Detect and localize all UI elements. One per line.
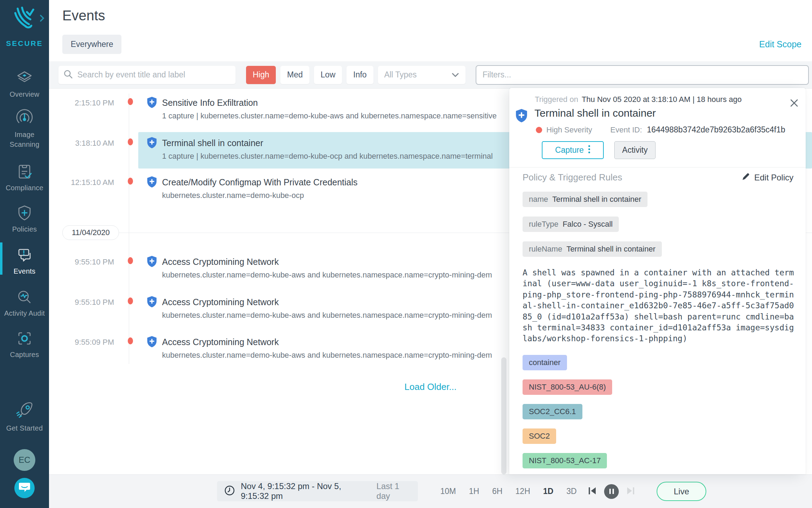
rule-key: ruleName xyxy=(529,245,562,254)
capture-button[interactable]: Capture xyxy=(542,141,604,159)
pencil-icon xyxy=(742,172,750,183)
rocket-icon xyxy=(14,417,35,423)
chat-bubble-icon xyxy=(19,482,30,494)
activity-button[interactable]: Activity xyxy=(614,141,656,159)
event-time: 9:55:10 PM xyxy=(49,258,114,267)
event-time: 9:55:09 PM xyxy=(49,338,114,347)
event-detail-panel: Triggered onThu Nov 05 2020 at 3:18:10 A… xyxy=(509,88,806,474)
severity-dot xyxy=(128,138,133,145)
sidebar-item-label: Image Scanning xyxy=(0,130,49,149)
sidebar-item-compliance[interactable]: Compliance xyxy=(0,162,49,193)
radar-icon xyxy=(15,123,34,129)
time-bar: Nov 4, 9:15:32 pm - Nov 5, 9:15:32 pm La… xyxy=(49,474,812,508)
rule-chip-ruletype: ruleType Falco - Syscall xyxy=(523,217,619,232)
sidebar-item-activity-audit[interactable]: Activity Audit xyxy=(0,287,49,318)
sidebar-item-label: Compliance xyxy=(0,183,49,193)
event-time: 2:15:10 PM xyxy=(49,98,114,108)
sidebar-item-label: Get Started xyxy=(0,423,49,433)
severity-dot xyxy=(128,257,133,264)
close-icon[interactable] xyxy=(789,98,799,108)
tag: container xyxy=(523,355,567,370)
list-scrollbar-thumb[interactable] xyxy=(501,357,506,474)
sidebar-item-label: Policies xyxy=(0,224,49,234)
sidebar-item-label: Events xyxy=(0,266,49,276)
severity-filter-high[interactable]: High xyxy=(246,66,276,84)
event-time: 3:18:10 AM xyxy=(49,139,114,148)
detail-title: Terminal shell in container xyxy=(534,107,656,119)
chevron-down-icon xyxy=(451,70,459,80)
sidebar: SECURE Overview xyxy=(0,0,49,508)
policy-shield-icon xyxy=(515,108,528,124)
severity-filter-info[interactable]: Info xyxy=(346,66,373,84)
triggered-on-label: Triggered on xyxy=(535,95,578,104)
page-header: Events Everywhere Edit Scope xyxy=(49,0,812,61)
time-range-picker[interactable]: Nov 4, 9:15:32 pm - Nov 5, 9:15:32 pm La… xyxy=(217,481,418,501)
skip-back-icon[interactable] xyxy=(587,486,597,497)
sidebar-item-captures[interactable]: Captures xyxy=(0,329,49,359)
severity-filter-low[interactable]: Low xyxy=(314,66,342,84)
severity-filter-med[interactable]: Med xyxy=(280,66,309,84)
live-button[interactable]: Live xyxy=(657,482,706,501)
time-range-label: Last 1 day xyxy=(377,481,411,501)
panel-divider xyxy=(509,167,806,167)
clipboard-check-icon xyxy=(15,177,34,183)
rule-chip-rulename: ruleName Terminal shell in container xyxy=(523,241,662,257)
preset-3d[interactable]: 3D xyxy=(566,487,576,496)
pause-icon[interactable] xyxy=(604,484,619,499)
edit-policy-link[interactable]: Edit Policy xyxy=(742,172,793,183)
event-search-box[interactable] xyxy=(58,66,236,84)
sidebar-expand-chevron-icon[interactable] xyxy=(39,14,45,24)
sidebar-item-events[interactable]: Events xyxy=(0,245,49,276)
tag-list: container NIST_800-53_AU-6(8) SOC2_CC6.1… xyxy=(523,355,612,478)
sidebar-item-policies[interactable]: Policies xyxy=(0,203,49,234)
detail-severity-row: High Severity Event ID: 1644988b3742de7b… xyxy=(536,125,785,135)
edit-scope-link[interactable]: Edit Scope xyxy=(759,39,802,49)
tag: SOC2 xyxy=(523,428,556,444)
edit-policy-label: Edit Policy xyxy=(754,173,793,183)
skip-forward-icon[interactable] xyxy=(626,486,636,497)
viewfinder-icon xyxy=(15,343,34,349)
type-filter-dropdown[interactable]: All Types xyxy=(378,66,465,84)
preset-12h[interactable]: 12H xyxy=(516,487,530,496)
sidebar-item-get-started[interactable]: Get Started xyxy=(0,399,49,433)
search-input[interactable] xyxy=(77,70,231,80)
layers-icon xyxy=(15,83,34,89)
rule-value: Falco - Syscall xyxy=(562,220,612,229)
sysdig-logo-icon[interactable] xyxy=(11,6,38,36)
triggered-on-value: Thu Nov 05 2020 at 3:18:10 AM | 18 hours… xyxy=(582,95,742,104)
page-title: Events xyxy=(62,8,105,23)
clock-icon xyxy=(224,485,235,497)
sidebar-item-overview[interactable]: Overview xyxy=(0,68,49,99)
policy-shield-icon xyxy=(147,176,157,189)
app-window: SECURE Overview xyxy=(0,0,812,508)
kebab-menu-icon xyxy=(588,145,590,156)
preset-1h[interactable]: 1H xyxy=(469,487,479,496)
support-chat-button[interactable] xyxy=(14,478,35,498)
policy-shield-icon xyxy=(147,255,157,269)
sidebar-item-label: Captures xyxy=(0,350,49,359)
sidebar-item-image-scanning[interactable]: Image Scanning xyxy=(0,109,49,149)
date-divider-pill: 11/04/2020 xyxy=(62,225,119,240)
search-icon xyxy=(63,69,73,81)
event-time: 9:55:10 PM xyxy=(49,298,114,307)
rule-value: Terminal shell in container xyxy=(552,195,641,204)
user-avatar[interactable]: EC xyxy=(14,449,35,471)
rule-key: ruleType xyxy=(529,220,558,229)
severity-label: High Severity xyxy=(546,125,592,135)
tag: SOC2_CC6.1 xyxy=(523,404,582,419)
policy-shield-icon xyxy=(147,96,157,110)
filters-input[interactable] xyxy=(476,65,809,85)
scope-chip[interactable]: Everywhere xyxy=(62,35,121,54)
severity-dot xyxy=(128,178,133,185)
capture-button-label: Capture xyxy=(555,145,584,155)
rule-output-text: A shell was spawned in a container with … xyxy=(523,267,796,344)
event-id-value: 1644988b3742de7b9263b2a6f35c4f1b xyxy=(647,125,785,135)
preset-1d[interactable]: 1D xyxy=(543,487,553,496)
severity-dot xyxy=(128,98,133,105)
severity-dot xyxy=(128,297,133,304)
preset-6h[interactable]: 6H xyxy=(492,487,502,496)
preset-10m[interactable]: 10M xyxy=(440,487,456,496)
policy-shield-icon xyxy=(147,296,157,309)
triggered-on-line: Triggered onThu Nov 05 2020 at 3:18:10 A… xyxy=(535,95,742,104)
section-title: Policy & Triggered Rules xyxy=(523,172,622,183)
